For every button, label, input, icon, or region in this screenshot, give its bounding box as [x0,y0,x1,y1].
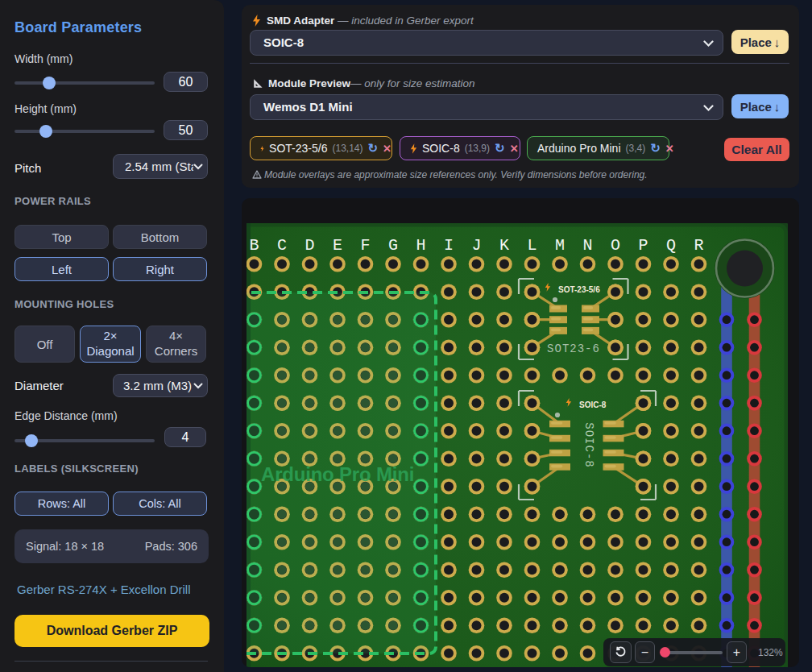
svg-text:K: K [499,236,509,255]
svg-text:SOIC-8: SOIC-8 [579,400,607,409]
svg-text:E: E [333,236,342,255]
svg-text:O: O [611,236,620,255]
svg-text:H: H [416,236,425,255]
svg-text:L: L [527,236,536,255]
svg-text:N: N [582,236,592,255]
svg-text:I: I [444,236,454,255]
svg-text:SOIC-8: SOIC-8 [582,422,595,467]
svg-text:R: R [694,236,703,255]
svg-text:C: C [277,236,287,255]
svg-text:Arduino Pro Mini: Arduino Pro Mini [261,463,414,485]
svg-text:SOT23-6: SOT23-6 [547,342,600,355]
svg-text:F: F [360,236,370,255]
svg-text:M: M [555,236,565,255]
svg-text:Q: Q [666,236,676,255]
svg-text:B: B [249,236,259,255]
svg-text:D: D [304,236,314,255]
svg-text:G: G [388,236,398,255]
svg-text:SOT-23-5/6: SOT-23-5/6 [558,285,600,294]
svg-text:J: J [471,236,481,255]
svg-text:P: P [638,236,648,255]
